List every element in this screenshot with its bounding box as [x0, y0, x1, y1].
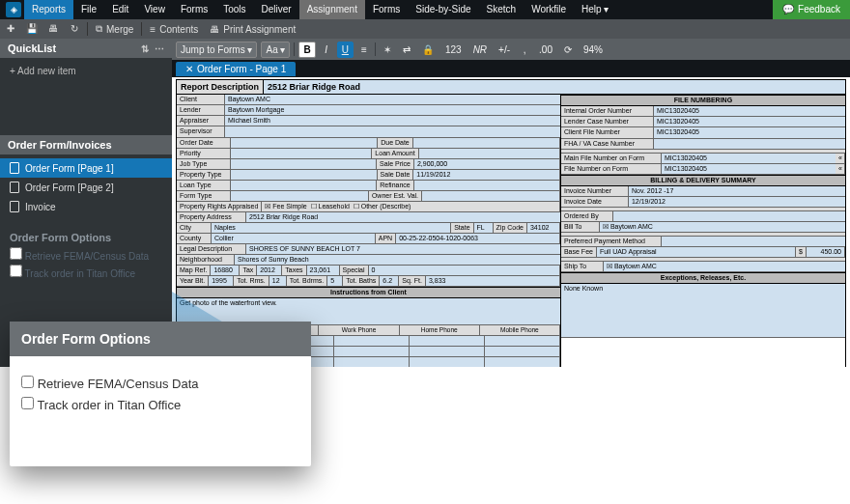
yearblt-field[interactable]: 1995 [209, 276, 234, 286]
apn-field[interactable]: 00-25-22-0504-1020-0063 [396, 234, 560, 243]
menu-assignment[interactable]: Assignment [299, 0, 365, 19]
city-field[interactable]: Naples [212, 223, 451, 233]
county-field[interactable]: Collier [212, 234, 376, 243]
sqft-field[interactable]: 3,833 [426, 276, 560, 286]
merge-button[interactable]: ⧉Merge [90, 23, 139, 35]
legal-field[interactable]: SHORES OF SUNNY BEACH LOT 7 [246, 244, 560, 254]
client-field[interactable]: Baytown AMC [225, 95, 560, 104]
borrower-mobile-phone[interactable] [485, 336, 560, 346]
sidebar-item-order-form-page1[interactable]: Order Form [Page 1] [0, 158, 172, 178]
form-type-field[interactable] [231, 191, 369, 201]
mainfile-field[interactable]: MIC13020405 [662, 154, 836, 163]
billto-field[interactable]: ☒ Baytown AMC [600, 222, 845, 232]
fema-checkbox-small[interactable] [10, 247, 22, 260]
menu-edit[interactable]: Edit [104, 0, 136, 19]
add-new-item[interactable]: + Add new item [10, 66, 76, 76]
refinance-field[interactable] [414, 181, 560, 190]
menu-view[interactable]: View [136, 0, 173, 19]
basefee-desc-field[interactable]: Full UAD Appraisal [597, 247, 796, 257]
due-date-field[interactable] [413, 138, 560, 148]
report-description-value[interactable]: 2512 Briar Ridge Road [264, 80, 845, 94]
menu-help[interactable]: Help ▾ [574, 0, 616, 19]
prefpay-field[interactable] [662, 237, 845, 246]
special-field[interactable]: 0 [369, 266, 560, 275]
align-button[interactable]: ≡ [357, 42, 371, 57]
option-titan-small[interactable]: Track order in Titan Office [10, 265, 162, 279]
italic-button[interactable]: I [320, 42, 333, 57]
loan-amount-field[interactable] [419, 149, 560, 158]
shipto-field[interactable]: ☒ Baytown AMC [604, 262, 845, 271]
int-order-field[interactable]: MIC13020405 [654, 106, 845, 116]
totrms-field[interactable]: 12 [269, 276, 287, 286]
contents-button[interactable]: ≡Contents [144, 24, 204, 35]
bold-button[interactable]: B [298, 42, 315, 58]
quicklist-sort-icon[interactable]: ⇅ [141, 43, 149, 54]
invnum-field[interactable]: Nov. 2012 -17 [629, 186, 845, 196]
menu-sketch[interactable]: Sketch [479, 0, 524, 19]
supervisor-field[interactable] [225, 126, 560, 136]
font-menu[interactable]: Aa ▾ [261, 42, 290, 58]
totbaths-field[interactable]: 6.2 [380, 276, 399, 286]
titan-checkbox-small[interactable] [10, 265, 22, 277]
new-icon[interactable]: ✚ [0, 19, 21, 39]
print-icon[interactable]: 🖶 [42, 19, 64, 39]
menu-forms[interactable]: Forms [173, 0, 215, 19]
fha-field[interactable] [654, 139, 845, 149]
zoom-level[interactable]: 94% [580, 42, 607, 57]
taxes-field[interactable]: 23,061 [307, 266, 340, 275]
num-button[interactable]: 123 [441, 42, 466, 57]
plusminus-button[interactable]: +/- [495, 42, 514, 57]
lender-case-field[interactable]: MIC13020405 [654, 117, 845, 126]
address-field[interactable]: 2512 Briar Ridge Road [246, 212, 560, 222]
mapref-field[interactable]: 16880 [211, 266, 240, 275]
order-date-field[interactable] [231, 138, 378, 148]
owner-est-field[interactable] [422, 191, 560, 201]
borrower-home-phone[interactable] [410, 336, 485, 346]
refresh-icon[interactable]: ⟳ [560, 42, 576, 57]
state-field[interactable]: FL [474, 223, 494, 233]
comma-icon[interactable]: , [518, 42, 531, 57]
menu-tools[interactable]: Tools [215, 0, 253, 19]
borrower-work-phone[interactable] [334, 336, 410, 346]
nr-button[interactable]: NR [469, 42, 491, 57]
option-fema-small[interactable]: Retrieve FEMA/Census Data [10, 247, 162, 262]
zip-field[interactable]: 34102 [527, 223, 560, 233]
totbdrms-field[interactable]: 5 [327, 276, 343, 286]
sale-price-field[interactable]: 2,900,000 [414, 159, 560, 169]
menu-file[interactable]: File [73, 0, 104, 19]
property-type-field[interactable] [231, 170, 378, 180]
neighborhood-field[interactable]: Shores of Sunny Beach [235, 255, 560, 265]
priority-field[interactable] [231, 149, 372, 158]
invdate-field[interactable]: 12/19/2012 [629, 197, 845, 207]
menu-forms-2[interactable]: Forms [365, 0, 408, 19]
underline-button[interactable]: U [337, 42, 354, 58]
tab-order-form-page1[interactable]: ✕Order Form - Page 1 [176, 62, 296, 76]
lock-icon[interactable]: 🔒 [418, 42, 438, 57]
quicklist-settings-icon[interactable]: ⋯ [155, 43, 164, 54]
menu-workfile[interactable]: Workfile [524, 0, 574, 19]
sidebar-item-invoice[interactable]: Invoice [0, 197, 172, 216]
ordered-field[interactable] [613, 211, 845, 221]
sidebar-item-order-form-page2[interactable]: Order Form [Page 2] [0, 178, 172, 197]
job-type-field[interactable] [231, 159, 377, 169]
rights-options[interactable]: ☒ Fee Simple ☐ Leasehold ☐ Other (Descri… [262, 202, 560, 211]
decimal-button[interactable]: .00 [535, 42, 556, 57]
basefee-amt-field[interactable]: 450.00 [807, 247, 845, 257]
appraiser-field[interactable]: Michael Smith [225, 116, 560, 126]
loan-type-field[interactable] [231, 181, 377, 190]
close-tab-icon[interactable]: ✕ [185, 64, 193, 74]
sale-date-field[interactable]: 11/19/2012 [413, 170, 560, 180]
menu-deliver[interactable]: Deliver [254, 0, 299, 19]
feedback-button[interactable]: 💬Feedback [773, 0, 850, 19]
print-assignment-button[interactable]: 🖶Print Assignment [204, 24, 301, 35]
filenum-form-field[interactable]: MIC13020405 [662, 164, 836, 174]
client-file-field[interactable]: MIC13020405 [654, 127, 845, 137]
exceptions-field[interactable]: None Known [561, 284, 845, 337]
menu-reports[interactable]: Reports [24, 0, 73, 19]
link-icon[interactable]: ⇄ [399, 42, 414, 57]
lender-field[interactable]: Baytown Mortgage [225, 105, 560, 115]
jump-to-forms[interactable]: Jump to Forms ▾ [176, 42, 257, 58]
tax-field[interactable]: 2012 [257, 266, 282, 275]
save-icon[interactable]: 💾 [21, 19, 42, 39]
menu-side-by-side[interactable]: Side-by-Side [408, 0, 478, 19]
